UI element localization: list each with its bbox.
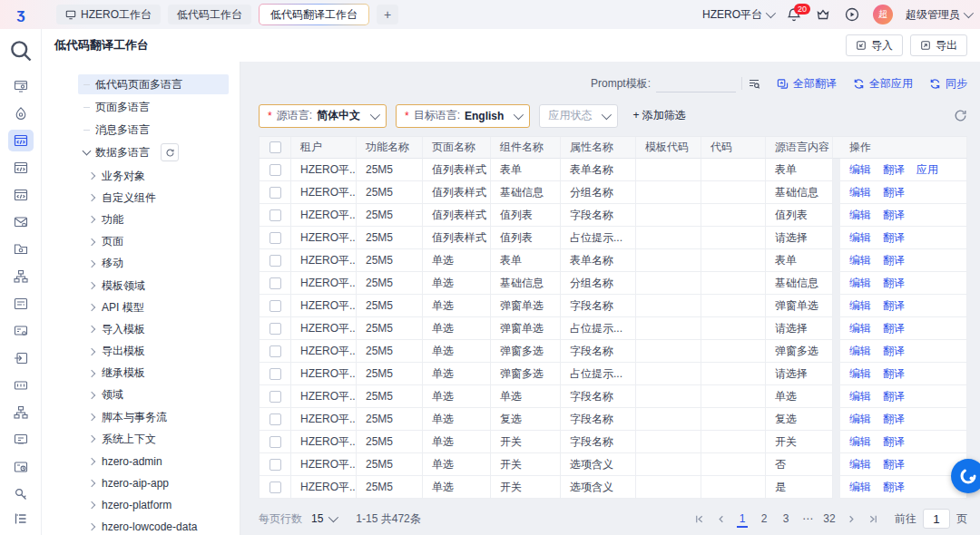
action-link-0[interactable]: 编辑 bbox=[849, 412, 871, 427]
action-link-1[interactable]: 翻译 bbox=[883, 344, 905, 359]
sidebar-child-13[interactable]: hzero-admin bbox=[78, 450, 229, 472]
row-checkbox[interactable] bbox=[270, 300, 281, 312]
sidebar-child-1[interactable]: 自定义组件 bbox=[78, 187, 229, 209]
page-number-1[interactable]: 1 bbox=[733, 510, 751, 528]
import-config-icon[interactable] bbox=[8, 347, 34, 369]
row-checkbox[interactable] bbox=[270, 368, 281, 380]
page-number-32[interactable]: 32 bbox=[820, 510, 838, 528]
action-link-0[interactable]: 编辑 bbox=[849, 276, 871, 291]
menu-collapse-icon[interactable] bbox=[8, 508, 34, 530]
refresh-icon[interactable] bbox=[954, 109, 967, 122]
sidebar-item-3[interactable]: 数据多语言 bbox=[78, 142, 229, 162]
action-link-1[interactable]: 翻译 bbox=[883, 321, 905, 336]
terminal-icon[interactable] bbox=[8, 429, 34, 451]
action-link-0[interactable]: 编辑 bbox=[849, 298, 871, 314]
refresh-node-icon[interactable] bbox=[161, 143, 179, 161]
mail-config-icon[interactable] bbox=[8, 211, 34, 233]
apply-all-button[interactable]: 全部应用 bbox=[853, 76, 913, 92]
search-icon[interactable] bbox=[8, 38, 34, 63]
sidebar-item-1[interactable]: 页面多语言 bbox=[78, 97, 229, 117]
apply-status-select[interactable]: 应用状态 bbox=[539, 104, 618, 128]
user-avatar[interactable]: 超 bbox=[873, 5, 893, 24]
row-checkbox[interactable] bbox=[270, 277, 281, 289]
action-link-1[interactable]: 翻译 bbox=[883, 276, 905, 291]
sidebar-child-14[interactable]: hzero-aip-app bbox=[78, 472, 229, 494]
sidebar-child-2[interactable]: 功能 bbox=[78, 209, 229, 230]
action-link-1[interactable]: 翻译 bbox=[883, 366, 905, 382]
action-link-1[interactable]: 翻译 bbox=[883, 208, 905, 223]
lowcode-page-lang-icon[interactable] bbox=[8, 130, 34, 151]
action-link-0[interactable]: 编辑 bbox=[849, 162, 871, 178]
row-checkbox[interactable] bbox=[270, 345, 281, 357]
tab-hzero-workbench[interactable]: HZERO工作台 bbox=[56, 5, 161, 24]
form-config-icon[interactable] bbox=[8, 293, 34, 315]
row-checkbox[interactable] bbox=[270, 187, 281, 199]
add-tab-button[interactable]: + bbox=[377, 5, 398, 24]
user-menu[interactable]: 超级管理员 bbox=[906, 7, 971, 23]
token-icon[interactable] bbox=[8, 483, 34, 505]
first-page-icon[interactable] bbox=[690, 510, 708, 528]
action-link-1[interactable]: 翻译 bbox=[883, 480, 905, 495]
row-checkbox[interactable] bbox=[270, 164, 281, 176]
page-number-3[interactable]: 3 bbox=[777, 510, 795, 528]
sidebar-child-5[interactable]: 模板领域 bbox=[78, 275, 229, 297]
card-config-icon[interactable] bbox=[8, 320, 34, 342]
action-link-0[interactable]: 编辑 bbox=[849, 344, 871, 359]
action-link-1[interactable]: 翻译 bbox=[883, 253, 905, 268]
source-language-select[interactable]: * 源语言: 简体中文 bbox=[259, 104, 387, 128]
hierarchy-icon[interactable] bbox=[8, 402, 34, 423]
data-history-icon[interactable] bbox=[8, 456, 34, 478]
row-checkbox[interactable] bbox=[270, 232, 281, 244]
sidebar-child-3[interactable]: 页面 bbox=[78, 231, 229, 253]
action-link-1[interactable]: 翻译 bbox=[883, 412, 905, 427]
action-link-0[interactable]: 编辑 bbox=[849, 480, 871, 495]
rows-per-page-select[interactable]: 15 bbox=[311, 512, 336, 525]
platform-switcher[interactable]: HZERO平台 bbox=[702, 7, 773, 23]
row-checkbox[interactable] bbox=[270, 391, 281, 403]
row-checkbox[interactable] bbox=[270, 255, 281, 267]
action-link-0[interactable]: 编辑 bbox=[849, 457, 871, 472]
sidebar-child-4[interactable]: 移动 bbox=[78, 253, 229, 275]
page-number-2[interactable]: 2 bbox=[755, 510, 773, 528]
action-link-0[interactable]: 编辑 bbox=[849, 389, 871, 404]
action-link-1[interactable]: 翻译 bbox=[883, 162, 905, 178]
action-link-0[interactable]: 编辑 bbox=[849, 208, 871, 223]
message-lang-icon[interactable] bbox=[8, 184, 34, 206]
chat-assistant-button[interactable] bbox=[951, 459, 980, 493]
action-link-1[interactable]: 翻译 bbox=[883, 457, 905, 472]
action-link-1[interactable]: 翻译 bbox=[883, 434, 905, 450]
action-link-1[interactable]: 翻译 bbox=[883, 230, 905, 246]
last-page-icon[interactable] bbox=[864, 510, 882, 528]
prev-page-icon[interactable] bbox=[711, 510, 730, 528]
org-chart-icon[interactable] bbox=[8, 266, 34, 287]
action-link-0[interactable]: 编辑 bbox=[849, 434, 871, 450]
row-checkbox[interactable] bbox=[270, 459, 281, 471]
row-checkbox[interactable] bbox=[270, 436, 281, 448]
row-checkbox[interactable] bbox=[270, 413, 281, 425]
app-logo-icon[interactable]: ʒ bbox=[11, 5, 31, 24]
sidebar-child-11[interactable]: 脚本与事务流 bbox=[78, 406, 229, 428]
add-filter-button[interactable]: + 添加筛选 bbox=[632, 108, 685, 123]
import-button[interactable]: 导入 bbox=[846, 34, 903, 56]
component-grid-icon[interactable] bbox=[8, 374, 34, 396]
translate-all-button[interactable]: 全部翻译 bbox=[777, 76, 837, 92]
page-lang-icon[interactable] bbox=[8, 157, 34, 179]
next-page-icon[interactable] bbox=[842, 510, 860, 528]
tab-lowcode-translate-workbench[interactable]: 低代码翻译工作台 bbox=[259, 4, 369, 25]
action-link-1[interactable]: 翻译 bbox=[883, 185, 905, 200]
play-guide-icon[interactable] bbox=[844, 6, 860, 23]
crown-icon[interactable] bbox=[815, 6, 831, 23]
action-link-2[interactable]: 应用 bbox=[916, 162, 938, 178]
action-link-0[interactable]: 编辑 bbox=[849, 185, 871, 200]
action-link-0[interactable]: 编辑 bbox=[849, 366, 871, 382]
action-link-1[interactable]: 翻译 bbox=[883, 298, 905, 314]
lookup-list-icon[interactable] bbox=[748, 77, 760, 90]
sidebar-child-7[interactable]: 导入模板 bbox=[78, 318, 229, 340]
sidebar-child-15[interactable]: hzero-platform bbox=[78, 494, 229, 516]
sidebar-child-10[interactable]: 领域 bbox=[78, 384, 229, 406]
export-button[interactable]: 导出 bbox=[910, 34, 967, 56]
release-icon[interactable] bbox=[8, 102, 34, 124]
sidebar-child-12[interactable]: 系统上下文 bbox=[78, 428, 229, 450]
sidebar-item-2[interactable]: 消息多语言 bbox=[78, 120, 229, 140]
sidebar-child-9[interactable]: 继承模板 bbox=[78, 363, 229, 384]
